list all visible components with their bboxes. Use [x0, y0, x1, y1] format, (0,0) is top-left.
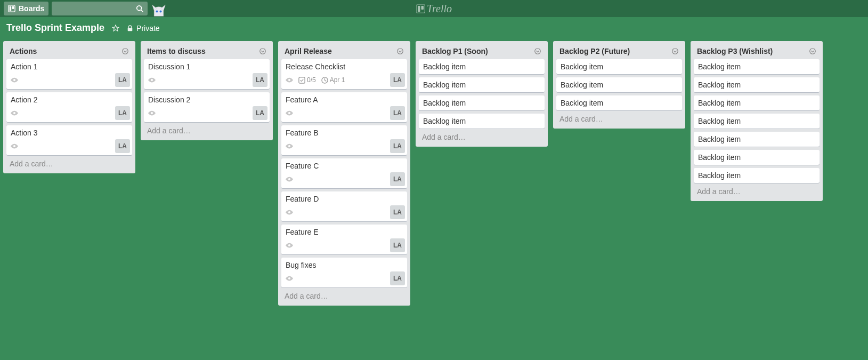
- card[interactable]: Discussion 2LA: [144, 92, 270, 122]
- svg-point-3: [137, 6, 142, 11]
- add-card-button[interactable]: Add a card…: [419, 129, 545, 143]
- card[interactable]: Release Checklist0/5Apr 1LA: [281, 59, 407, 89]
- card[interactable]: Action 2LA: [6, 92, 132, 122]
- add-card-button[interactable]: Add a card…: [694, 183, 820, 198]
- search-input[interactable]: [52, 2, 148, 15]
- list-menu-button[interactable]: [395, 46, 405, 56]
- card[interactable]: Backlog item: [419, 59, 545, 74]
- card[interactable]: Bug fixesLA: [281, 258, 407, 287]
- card[interactable]: Backlog item: [694, 59, 820, 74]
- card[interactable]: Feature CLA: [281, 158, 407, 188]
- card[interactable]: Backlog item: [694, 95, 820, 110]
- card[interactable]: Discussion 1LA: [144, 59, 270, 89]
- card[interactable]: Backlog item: [694, 150, 820, 165]
- watch-icon: [286, 77, 293, 83]
- svg-rect-9: [421, 6, 424, 10]
- watch-icon: [286, 177, 293, 182]
- svg-point-23: [288, 112, 290, 114]
- card[interactable]: Backlog item: [419, 114, 545, 129]
- watch-icon: [11, 143, 18, 149]
- member-avatar[interactable]: LA: [390, 205, 405, 219]
- svg-rect-7: [416, 4, 425, 13]
- list-header: Items to discuss: [144, 44, 270, 59]
- card[interactable]: Backlog item: [694, 168, 820, 183]
- member-avatar[interactable]: LA: [115, 73, 130, 87]
- card[interactable]: Backlog item: [694, 132, 820, 147]
- add-card-button[interactable]: Add a card…: [281, 287, 407, 302]
- svg-rect-21: [299, 77, 305, 83]
- member-avatar[interactable]: LA: [390, 73, 405, 87]
- list-header: Backlog P1 (Soon): [419, 44, 545, 59]
- card-badges: [148, 107, 265, 119]
- brand-logo[interactable]: Trello: [416, 3, 452, 15]
- member-avatar[interactable]: LA: [253, 106, 267, 120]
- card-container: Backlog itemBacklog itemBacklog itemBack…: [694, 59, 820, 183]
- svg-point-13: [13, 79, 15, 81]
- watch-icon: [286, 276, 293, 281]
- member-avatar[interactable]: LA: [390, 139, 405, 153]
- card-title: Feature C: [286, 162, 403, 171]
- list-title[interactable]: Actions: [10, 47, 37, 55]
- card[interactable]: Feature ALA: [281, 92, 407, 122]
- list-menu-button[interactable]: [120, 46, 130, 56]
- card[interactable]: Backlog item: [556, 59, 682, 74]
- add-card-button[interactable]: Add a card…: [556, 110, 682, 125]
- star-button[interactable]: [112, 25, 119, 32]
- svg-point-15: [13, 145, 15, 147]
- member-avatar[interactable]: LA: [390, 106, 405, 120]
- list-title[interactable]: Backlog P3 (Wishlist): [697, 47, 773, 55]
- svg-point-12: [123, 49, 128, 54]
- card[interactable]: Backlog item: [419, 95, 545, 110]
- checklist-count: 0/5: [307, 76, 316, 84]
- brand-text: Trello: [427, 3, 452, 15]
- member-avatar[interactable]: LA: [390, 271, 405, 285]
- member-avatar[interactable]: LA: [115, 139, 130, 153]
- boards-icon: [8, 5, 15, 12]
- card-badges: [11, 107, 128, 119]
- list-menu-button[interactable]: [670, 46, 680, 56]
- svg-point-14: [13, 112, 15, 114]
- card[interactable]: Feature ELA: [281, 225, 407, 254]
- member-avatar[interactable]: LA: [390, 172, 405, 186]
- visibility-button[interactable]: Private: [127, 24, 160, 33]
- card[interactable]: Backlog item: [556, 77, 682, 92]
- watch-icon: [286, 110, 293, 116]
- list-menu-button[interactable]: [533, 46, 542, 56]
- svg-point-5: [156, 11, 158, 13]
- card[interactable]: Backlog item: [694, 77, 820, 92]
- card-container: Backlog itemBacklog itemBacklog item: [556, 59, 682, 110]
- card-title: Feature A: [286, 95, 403, 105]
- member-avatar[interactable]: LA: [390, 238, 405, 252]
- svg-point-17: [151, 79, 153, 81]
- list-title[interactable]: April Release: [285, 47, 332, 55]
- card-title: Feature D: [286, 195, 403, 204]
- card-title: Release Checklist: [286, 62, 403, 72]
- card[interactable]: Action 1LA: [6, 59, 132, 89]
- add-card-button[interactable]: Add a card…: [144, 122, 270, 137]
- card[interactable]: Backlog item: [556, 95, 682, 110]
- card[interactable]: Action 3LA: [6, 125, 132, 155]
- member-avatar[interactable]: LA: [253, 73, 267, 87]
- card[interactable]: Backlog item: [694, 114, 820, 129]
- list-title[interactable]: Backlog P2 (Future): [559, 47, 630, 55]
- svg-point-26: [288, 211, 290, 213]
- card[interactable]: Feature DLA: [281, 191, 407, 221]
- list-menu-button[interactable]: [808, 46, 817, 56]
- svg-point-6: [160, 11, 162, 13]
- list-header: April Release: [281, 44, 407, 59]
- card-badges: [148, 74, 265, 86]
- card[interactable]: Feature BLA: [281, 125, 407, 155]
- card-title: Feature B: [286, 129, 403, 138]
- add-card-button[interactable]: Add a card…: [6, 155, 132, 170]
- boards-button[interactable]: Boards: [4, 2, 48, 15]
- card[interactable]: Backlog item: [419, 77, 545, 92]
- board-title[interactable]: Trello Sprint Example: [6, 22, 104, 34]
- watch-icon: [286, 243, 293, 248]
- list-menu-button[interactable]: [258, 46, 267, 56]
- list-title[interactable]: Items to discuss: [147, 47, 206, 55]
- member-avatar[interactable]: LA: [115, 106, 130, 120]
- card-title: Backlog item: [698, 117, 815, 125]
- list-title[interactable]: Backlog P1 (Soon): [422, 47, 488, 55]
- list: Backlog P3 (Wishlist)Backlog itemBacklog…: [691, 41, 823, 201]
- card-title: Backlog item: [698, 153, 815, 162]
